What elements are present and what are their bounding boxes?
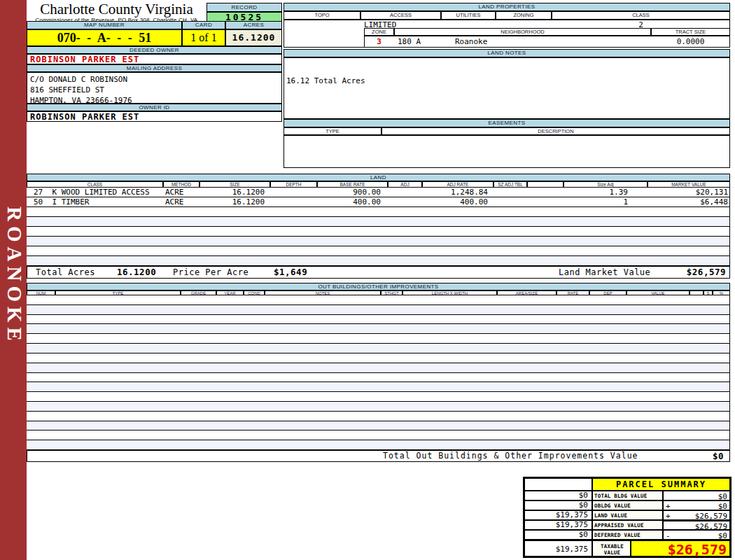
land-properties-col-class: CLASS (552, 11, 730, 20)
ob-col-% COMP: % COMP (713, 290, 730, 295)
parcel-summary-title: PARCEL SUMMARY (592, 478, 730, 491)
district-sidebar: ROANOKE (0, 0, 27, 560)
easements-col-description: DESCRIPTION (382, 127, 730, 135)
land-row (27, 217, 729, 227)
mailing-line: 816 SHEFFIELD ST (30, 85, 281, 95)
land-cell-market_value: $20,131 (648, 188, 730, 197)
parcel-summary: PARCEL SUMMARY$0TOTAL BLDG VALUE$0$0OBLD… (523, 477, 732, 558)
land-cell-size: 16.1200 (200, 188, 270, 197)
summary-prior-value: $0 (524, 530, 592, 540)
deeded-owner-value: ROBINSON PARKER EST (27, 54, 282, 64)
ob-col-AREA/SIZE: AREA/SIZE (497, 290, 556, 295)
summary-value-cell: $26,579 (663, 520, 730, 530)
owner-id-label: OWNER ID (27, 104, 282, 111)
land-cell-market_value: $6,448 (648, 197, 730, 206)
card-value: 1 of 1 (182, 29, 225, 46)
out-buildings-total-label: Total Out Buildings & Other Improvements… (383, 451, 638, 461)
out-buildings-row (27, 315, 729, 325)
land-row (27, 227, 729, 237)
out-buildings-total-value: $0 (713, 451, 724, 461)
ob-col-NUM: NUM (27, 290, 55, 295)
summary-prior-value: $19,375 (524, 510, 592, 520)
land-cell-base_rate: 900.00 (317, 188, 388, 197)
price-per-acre-value: $1,649 (274, 267, 307, 278)
out-buildings-row (27, 324, 729, 334)
mailing-line: C/O DONALD C ROBINSON (30, 74, 281, 85)
total-acres-value: 16.1200 (117, 267, 156, 278)
land-col-CLASS: CLASS (27, 181, 163, 188)
land-cell-base_rate: 400.00 (317, 197, 388, 206)
acres-label: ACRES (225, 21, 282, 29)
land-properties-col-zoning: ZONING (496, 11, 552, 20)
taxable-label: TAXABLE VALUE (592, 540, 631, 556)
land-row (27, 246, 729, 256)
mailing-address-box: C/O DONALD C ROBINSON 816 SHEFFIELD ST H… (27, 72, 282, 104)
land-col-BASE RATE: BASE RATE (317, 181, 388, 188)
zone-value: 3 (364, 37, 394, 46)
deeded-owner-label: DEEDED OWNER (27, 46, 282, 54)
out-buildings-row (27, 430, 729, 440)
land-properties-col-utilities: UTILITIES (441, 11, 496, 20)
land-cell-class: 27 K WOOD LIMITED ACCESS (27, 188, 163, 197)
easements-box (284, 135, 730, 168)
summary-row-label: TOTAL BLDG VALUE (592, 491, 663, 500)
record-label: RECORD (206, 3, 282, 12)
tract-size-label: TRACT SIZE (651, 28, 730, 36)
land-col-MARKET VALUE: MARKET VALUE (648, 181, 730, 188)
land-properties-title: LAND PROPERTIES (284, 3, 730, 11)
summary-row-label: OBLDG VALUE (592, 500, 663, 510)
owner-id-value: ROBINSON PARKER EST (27, 111, 282, 122)
total-acres-label: Total Acres (36, 267, 95, 278)
out-buildings-row (27, 382, 729, 392)
land-market-value-label: Land Market Value (559, 267, 650, 278)
ob-col-STHGT: STHGT (381, 290, 402, 295)
land-col-SZ ADJ TBL: SZ ADJ TBL (493, 181, 527, 188)
out-buildings-row (27, 421, 729, 431)
land-row (27, 207, 729, 217)
land-row: 27 K WOOD LIMITED ACCESSACRE16.1200900.0… (27, 188, 729, 197)
out-buildings-row (27, 295, 729, 305)
summary-value-cell: $0 (663, 491, 730, 500)
map-number-value: 070- - A- - - 51 (27, 29, 182, 46)
land-notes-text: 16.12 Total Acres (286, 76, 365, 85)
land-properties-col-access: ACCESS (360, 11, 441, 20)
out-buildings-row (27, 412, 729, 421)
land-notes-box: 16.12 Total Acres (284, 57, 730, 119)
zone-label: ZONE (364, 28, 394, 36)
summary-prior-value: $19,375 (524, 520, 592, 530)
land-cell-size: 16.1200 (200, 197, 270, 206)
out-buildings-header: NUMTYPEGRADEYEARCONDNOTESSTHGTLENGTH X W… (27, 290, 730, 295)
neighborhood-label: NEIGHBORHOOD (394, 28, 651, 36)
land-col-blank (527, 181, 564, 188)
land-cell-size_adj: 1.39 (564, 188, 648, 197)
out-buildings-row (27, 363, 729, 373)
summary-row-label: LAND VALUE (592, 510, 663, 520)
ob-col-RATE: RATE (556, 290, 589, 295)
summary-value-cell: +$26,579 (663, 510, 730, 520)
ob-col-DEP: DEP (589, 290, 626, 295)
price-per-acre-label: Price Per Acre (173, 267, 248, 278)
map-number-label: MAP NUMBER (27, 21, 182, 29)
ob-col-TYPE: TYPE (55, 290, 181, 295)
land-row (27, 256, 729, 266)
ob-col-GRADE: GRADE (181, 290, 216, 295)
easements-col-type: TYPE (284, 127, 382, 135)
ob-col-VALUE: VALUE (626, 290, 690, 295)
ob-col-NOTES: NOTES (265, 290, 381, 295)
out-buildings-row (27, 392, 729, 402)
easements-title: EASEMENTS (284, 119, 730, 127)
neighborhood-code: 180 A (398, 37, 421, 46)
land-cell-adj_rate: 1,248.84 (422, 188, 493, 197)
land-rows: 27 K WOOD LIMITED ACCESSACRE16.1200900.0… (27, 188, 730, 266)
out-buildings-title: OUT BUILDINGS/OTHER IMPROVEMENTS (27, 283, 730, 290)
land-cell-class: 50 I TIMBER (27, 197, 163, 206)
land-notes-title: LAND NOTES (284, 49, 730, 57)
out-buildings-row (27, 373, 729, 383)
ob-col-YEAR: YEAR (216, 290, 244, 295)
land-cell-adj_rate: 400.00 (422, 197, 493, 206)
land-cell-method: ACRE (163, 188, 200, 197)
ob-col-COND: COND (244, 290, 265, 295)
summary-blank-cell (524, 478, 592, 491)
card-label: CARD (182, 21, 225, 29)
land-col-SIZE: SIZE (200, 181, 270, 188)
